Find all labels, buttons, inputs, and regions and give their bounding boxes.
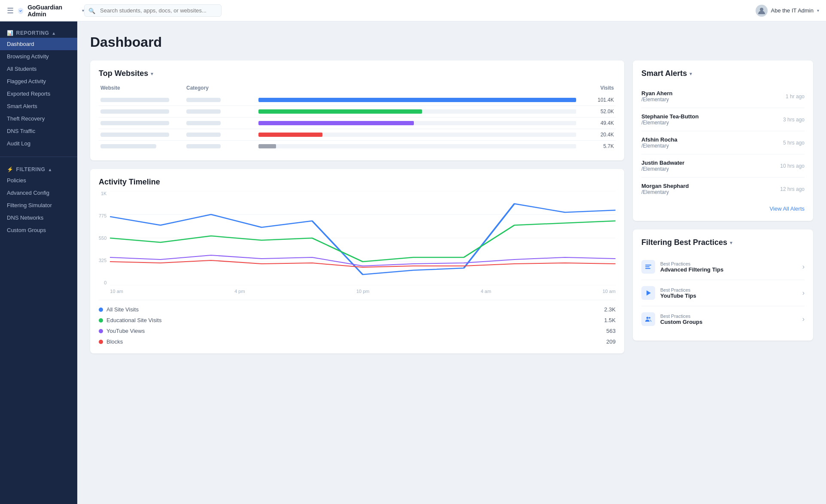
topbar: ☰ GoGuardian Admin ▾ 🔍 Abe the IT Admin …	[0, 0, 826, 21]
goguardian-logo-icon	[17, 7, 24, 15]
dashboard-grid: Top Websites ▾ Website Category Visits	[90, 60, 813, 353]
table-row: 20.4K	[99, 129, 616, 141]
alert-name: Morgan Shephard	[641, 183, 689, 189]
sidebar-item-dashboard[interactable]: Dashboard	[0, 38, 77, 50]
legend-label: Blocks	[106, 338, 603, 345]
bar	[258, 109, 422, 114]
category-skeleton	[186, 133, 221, 137]
activity-timeline-card: Activity Timeline 1K 775 550 325 0	[90, 169, 624, 353]
bar-wrap	[258, 98, 576, 102]
smart-alerts-chevron[interactable]: ▾	[689, 71, 692, 77]
bar	[258, 133, 322, 137]
col-bar	[255, 85, 580, 91]
alert-school: /Elementary	[641, 143, 677, 149]
chart-area: 10 am 4 pm 10 pm 4 am 10 am	[110, 191, 616, 294]
search-input[interactable]	[84, 4, 222, 17]
bar-wrap	[258, 109, 576, 114]
filtering-best-practices-card: Filtering Best Practices ▾	[633, 229, 813, 341]
view-all-link[interactable]: View All Alerts	[770, 205, 805, 212]
reporting-label: 📊 Reporting ▲	[7, 30, 56, 36]
svg-rect-8	[645, 268, 650, 269]
smart-alerts-header: Smart Alerts ▾	[641, 69, 805, 78]
x-label: 10 am	[110, 289, 123, 294]
bp-arrow-icon: ›	[802, 315, 805, 323]
hamburger-icon[interactable]: ☰	[7, 6, 14, 15]
bar-wrap	[258, 133, 576, 137]
best-practice-item[interactable]: Best Practices Custom Groups ›	[641, 306, 805, 332]
bp-text: Best Practices YouTube Tips	[660, 287, 797, 299]
sidebar-item-dns-traffic[interactable]: DNS Traffic	[0, 125, 77, 137]
y-label: 550	[99, 235, 106, 241]
alert-school: /Elementary	[641, 166, 684, 172]
search-icon: 🔍	[88, 7, 95, 14]
sidebar-item-all-students[interactable]: All Students	[0, 63, 77, 75]
filtering-section: ⚡ Filtering ▲	[0, 162, 77, 174]
top-websites-card: Top Websites ▾ Website Category Visits	[90, 60, 624, 160]
alert-item: Afshin Rocha /Elementary 5 hrs ago	[641, 131, 805, 154]
col-visits: Visits	[580, 85, 614, 91]
alert-school: /Elementary	[641, 97, 672, 103]
website-skeleton	[100, 121, 169, 125]
logo-text: GoGuardian Admin	[27, 4, 77, 18]
alert-name: Justin Badwater	[641, 160, 684, 166]
svg-rect-7	[645, 266, 650, 267]
sidebar-item-theft[interactable]: Theft Recovery	[0, 112, 77, 125]
legend-value: 2.3K	[604, 306, 616, 313]
user-chevron-icon: ▾	[817, 8, 819, 13]
sidebar-item-filtering-sim[interactable]: Filtering Simulator	[0, 199, 77, 211]
legend-item: All Site Visits 2.3K	[99, 306, 616, 313]
smart-alerts-card: Smart Alerts ▾ Ryan Ahern /Elementary 1 …	[633, 60, 813, 221]
top-websites-chevron[interactable]: ▾	[151, 71, 153, 77]
fbp-header: Filtering Best Practices ▾	[641, 238, 805, 247]
best-practice-item[interactable]: Best Practices YouTube Tips ›	[641, 280, 805, 306]
left-column: Top Websites ▾ Website Category Visits	[90, 60, 624, 353]
alert-time: 5 hrs ago	[783, 140, 805, 146]
bar	[258, 121, 414, 125]
svg-marker-9	[647, 290, 651, 296]
top-websites-title: Top Websites	[99, 69, 148, 78]
sidebar-item-exported[interactable]: Exported Reports	[0, 88, 77, 100]
best-practice-item[interactable]: Best Practices Advanced Filtering Tips ›	[641, 254, 805, 280]
alert-info: Afshin Rocha /Elementary	[641, 136, 677, 149]
x-axis: 10 am 4 pm 10 pm 4 am 10 am	[110, 289, 616, 294]
alert-item: Justin Badwater /Elementary 10 hrs ago	[641, 154, 805, 178]
sidebar-item-dns-networks[interactable]: DNS Networks	[0, 211, 77, 224]
alert-time: 3 hrs ago	[783, 117, 805, 123]
table-row: 52.0K	[99, 106, 616, 118]
alert-info: Stephanie Tea-Button /Elementary	[641, 113, 698, 126]
bar-wrap	[258, 121, 576, 125]
sidebar: 📊 Reporting ▲ Dashboard Browsing Activit…	[0, 21, 77, 504]
alert-item: Ryan Ahern /Elementary 1 hr ago	[641, 85, 805, 108]
bp-text: Best Practices Advanced Filtering Tips	[660, 261, 797, 273]
alert-school: /Elementary	[641, 189, 689, 195]
bp-arrow-icon: ›	[802, 289, 805, 297]
alert-item: Morgan Shephard /Elementary 12 hrs ago	[641, 178, 805, 200]
alert-time: 12 hrs ago	[780, 186, 805, 192]
legend-item: Blocks 209	[99, 338, 616, 345]
filter-icon: ⚡	[7, 166, 14, 172]
visits-value: 101.4K	[580, 97, 614, 103]
sidebar-item-flagged[interactable]: Flagged Activity	[0, 75, 77, 88]
filtering-label: ⚡ Filtering ▲	[7, 166, 52, 172]
table-row: 5.7K	[99, 141, 616, 152]
alert-info: Morgan Shephard /Elementary	[641, 183, 689, 195]
bp-text: Best Practices Custom Groups	[660, 314, 797, 325]
sidebar-item-advanced-config[interactable]: Advanced Config	[0, 187, 77, 199]
sidebar-item-audit-log[interactable]: Audit Log	[0, 137, 77, 150]
legend-value: 209	[606, 338, 616, 345]
legend-label: YouTube Views	[106, 328, 603, 334]
sidebar-item-smart-alerts[interactable]: Smart Alerts	[0, 100, 77, 112]
reporting-chevron: ▲	[52, 31, 56, 36]
sidebar-item-browsing[interactable]: Browsing Activity	[0, 50, 77, 63]
visits-value: 52.0K	[580, 109, 614, 115]
fbp-chevron[interactable]: ▾	[730, 240, 732, 246]
visits-value: 49.4K	[580, 120, 614, 126]
alert-name: Stephanie Tea-Button	[641, 113, 698, 120]
chart-legend: All Site Visits 2.3K Educational Site Vi…	[99, 300, 616, 345]
y-label: 325	[99, 258, 106, 263]
sidebar-item-policies[interactable]: Policies	[0, 174, 77, 187]
bp-label: Best Practices	[660, 314, 797, 319]
logo[interactable]: GoGuardian Admin ▾	[17, 4, 84, 18]
sidebar-item-custom-groups[interactable]: Custom Groups	[0, 224, 77, 236]
alert-info: Ryan Ahern /Elementary	[641, 90, 672, 103]
